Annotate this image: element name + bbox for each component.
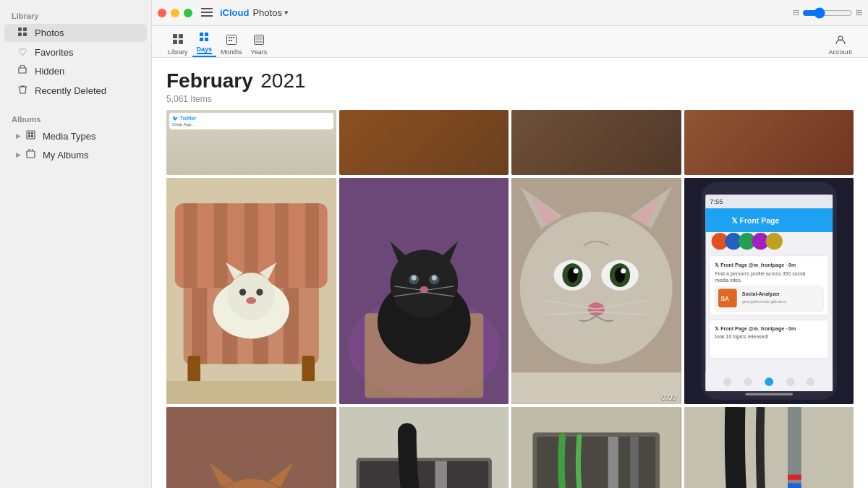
svg-rect-3: [23, 33, 27, 36]
close-button[interactable]: [158, 9, 166, 17]
svg-point-99: [765, 233, 782, 249]
svg-point-62: [431, 275, 436, 281]
svg-point-115: [765, 377, 773, 386]
cat-tortoise-image: [166, 407, 336, 488]
main-area: iCloud Photos ▾ ⊟ ⊞ Library Days: [152, 0, 868, 488]
svg-text:Social-Analyzer: Social-Analyzer: [741, 291, 780, 297]
app-dropdown-icon[interactable]: ▾: [284, 8, 289, 17]
svg-rect-87: [511, 372, 681, 403]
svg-rect-119: [166, 407, 336, 488]
month-name: February: [166, 69, 253, 92]
svg-point-43: [227, 273, 275, 320]
svg-point-47: [256, 288, 263, 295]
sidebar-item-hidden[interactable]: Hidden: [4, 62, 147, 80]
year: 2021: [260, 69, 305, 92]
svg-point-81: [621, 268, 626, 273]
svg-point-48: [246, 297, 256, 304]
toolbar-account[interactable]: Account: [824, 33, 856, 57]
svg-text:georgebrenner.github.io: georgebrenner.github.io: [741, 299, 786, 304]
account-icon: [835, 35, 846, 47]
pipe-2-image: CAUTION DO NOT DIG: [511, 407, 681, 488]
svg-rect-37: [184, 203, 197, 288]
toolbar-years-label: Years: [251, 48, 268, 56]
photo-pipe-2[interactable]: CAUTION DO NOT DIG: [511, 407, 681, 488]
svg-point-82: [588, 302, 605, 316]
zoom-slider[interactable]: [802, 7, 853, 19]
toolbar-library[interactable]: Library: [163, 32, 192, 57]
svg-rect-38: [214, 203, 228, 288]
toolbar-days[interactable]: Days: [192, 30, 217, 57]
media-types-icon: [24, 130, 37, 142]
photo-content-area: February 2021 5,061 Items 🐦 Twitter Clea…: [152, 58, 868, 488]
app-product: Photos: [252, 7, 281, 18]
svg-text:took 10 topics released!: took 10 topics released!: [715, 334, 768, 340]
svg-text:𝕏 Front Page @m_frontpage · 0: 𝕏 Front Page @m_frontpage · 0m: [715, 262, 796, 268]
photos-icon: [16, 27, 29, 39]
svg-rect-51: [166, 381, 336, 404]
sidebar-item-my-albums[interactable]: ▶ My Albums: [4, 146, 147, 163]
svg-rect-11: [201, 12, 213, 13]
svg-rect-16: [179, 40, 183, 44]
partial-top-row: 🐦 Twitter Clear App...: [166, 110, 854, 175]
partial-cell-1[interactable]: 🐦 Twitter Clear App...: [166, 110, 336, 175]
toolbar-library-label: Library: [168, 48, 188, 56]
svg-rect-25: [229, 40, 230, 41]
svg-rect-22: [229, 37, 230, 38]
partial-cell-2[interactable]: [339, 110, 509, 175]
app-brand: iCloud: [220, 7, 249, 18]
svg-rect-8: [31, 135, 33, 137]
svg-rect-17: [200, 33, 203, 36]
view-toolbar: Library Days Months Years Account: [152, 26, 868, 58]
partial-cell-4[interactable]: [684, 110, 854, 175]
minimize-button[interactable]: [171, 9, 179, 17]
photo-pipe-3[interactable]: [684, 407, 854, 488]
photo-grid-row1: 0:09 7:55 𝕏 Front Page: [166, 178, 854, 404]
svg-rect-19: [200, 38, 203, 41]
phone-screenshot-image: 7:55 𝕏 Front Page 𝕏 Front Page @m_frontp…: [684, 178, 854, 404]
month-header: February 2021 5,061 Items: [166, 69, 854, 104]
svg-rect-10: [201, 8, 213, 9]
sidebar-toggle-button[interactable]: [201, 7, 213, 20]
photo-cat-blanket[interactable]: [339, 178, 509, 404]
svg-text:7:55: 7:55: [710, 198, 723, 205]
heart-icon: ♡: [16, 46, 29, 58]
svg-point-61: [411, 275, 416, 281]
partial-cell-3[interactable]: [511, 110, 681, 175]
toolbar-months[interactable]: Months: [216, 33, 247, 57]
photo-phone-screenshot[interactable]: 7:55 𝕏 Front Page 𝕏 Front Page @m_frontp…: [684, 178, 854, 404]
sidebar-item-favorites[interactable]: ♡ Favorites: [4, 43, 147, 61]
maximize-button[interactable]: [184, 9, 192, 17]
svg-rect-26: [231, 40, 232, 41]
photo-pipe-1[interactable]: LABEL A-2547: [339, 407, 509, 488]
svg-text:𝕏 Front Page @m_frontpage · 0: 𝕏 Front Page @m_frontpage · 0m: [715, 326, 796, 332]
svg-rect-167: [788, 474, 801, 479]
svg-rect-12: [201, 15, 213, 17]
my-albums-icon: [24, 149, 37, 160]
sidebar-library-label: Library: [0, 6, 151, 23]
photo-cat-face[interactable]: 0:09: [511, 178, 681, 404]
item-count: 5,061 Items: [166, 94, 854, 104]
photo-cat-chair[interactable]: [166, 178, 336, 404]
months-icon: [226, 35, 237, 47]
svg-rect-168: [788, 483, 801, 488]
svg-rect-24: [233, 37, 234, 38]
sidebar-item-favorites-label: Favorites: [35, 47, 73, 58]
svg-rect-7: [28, 135, 30, 137]
svg-rect-28: [255, 36, 263, 40]
svg-point-46: [239, 288, 246, 295]
toolbar-years[interactable]: Years: [247, 33, 272, 57]
svg-rect-118: [745, 393, 793, 395]
sidebar-item-recently-deleted[interactable]: Recently Deleted: [4, 82, 147, 100]
cat-face-image: [511, 178, 681, 404]
collapse-arrow-my-albums: ▶: [16, 151, 21, 158]
toolbar-days-label: Days: [197, 46, 213, 54]
sidebar-item-photos[interactable]: Photos: [4, 24, 147, 42]
svg-rect-4: [27, 131, 35, 139]
sidebar-item-recently-deleted-label: Recently Deleted: [35, 85, 106, 96]
svg-point-113: [723, 377, 732, 386]
toolbar-months-label: Months: [221, 48, 242, 56]
sidebar-item-media-types[interactable]: ▶ Media Types: [4, 127, 147, 145]
svg-text:𝕏 Front Page: 𝕏 Front Page: [731, 216, 779, 225]
years-icon: [254, 35, 264, 47]
photo-cat-tortoise[interactable]: [166, 407, 336, 488]
